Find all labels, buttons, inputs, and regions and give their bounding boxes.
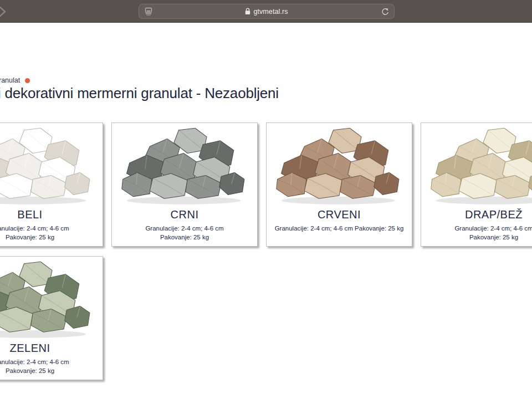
- product-spec: Granulacije: 2-4 cm; 4-6 cm Pakovanje: 2…: [267, 224, 412, 233]
- product-grid-row-1: BELI Granulacije: 2-4 cm; 4-6 cm Pakovan…: [0, 122, 532, 247]
- page-title: i dekorativni mermerni granulat - Nezaob…: [0, 85, 279, 102]
- browser-toolbar: gtvmetal.rs: [0, 0, 532, 23]
- url-text: gtvmetal.rs: [253, 8, 288, 16]
- product-card-beli[interactable]: BELI Granulacije: 2-4 cm; 4-6 cm Pakovan…: [0, 122, 103, 247]
- product-spec: Granulacije: 2-4 cm; 4-6 cm Pakovanje: 2…: [112, 224, 257, 242]
- product-card-crveni[interactable]: CRVENI Granulacije: 2-4 cm; 4-6 cm Pakov…: [266, 122, 412, 247]
- product-card-drap-bez[interactable]: DRAP/BEŽ Granulacije: 2-4 cm; 4-6 cm Pak…: [421, 122, 532, 247]
- product-name: CRVENI: [267, 208, 412, 221]
- product-image-drap-bez: [424, 125, 532, 207]
- product-name: DRAP/BEŽ: [421, 208, 532, 221]
- product-name: BELI: [0, 208, 103, 221]
- url-display: gtvmetal.rs: [245, 8, 288, 16]
- accent-dot: [25, 78, 30, 83]
- product-card-zeleni[interactable]: ZELENI Granulacije: 2-4 cm; 4-6 cm Pakov…: [0, 256, 103, 380]
- lock-icon: [245, 8, 250, 15]
- product-spec: Granulacije: 2-4 cm; 4-6 cm Pakovanje: 2…: [0, 358, 103, 375]
- product-image-crveni: [270, 125, 408, 207]
- breadcrumb-label[interactable]: ranulat: [0, 76, 20, 84]
- reader-view-icon[interactable]: [144, 7, 153, 16]
- product-card-crni[interactable]: CRNI Granulacije: 2-4 cm; 4-6 cm Pakovan…: [111, 122, 258, 247]
- breadcrumb[interactable]: ranulat: [0, 76, 30, 84]
- product-image-crni: [115, 125, 254, 207]
- reload-icon[interactable]: [381, 7, 390, 16]
- product-image-zeleni: [0, 259, 99, 341]
- forward-chevron-icon[interactable]: [0, 6, 6, 17]
- product-name: ZELENI: [0, 342, 103, 355]
- product-spec: Granulacije: 2-4 cm; 4-6 cm Pakovanje: 2…: [0, 224, 103, 242]
- product-image-beli: [0, 125, 99, 207]
- product-spec: Granulacije: 2-4 cm; 4-6 cm Pakovanje: 2…: [421, 224, 532, 242]
- address-bar[interactable]: gtvmetal.rs: [139, 4, 395, 19]
- product-grid-row-2: ZELENI Granulacije: 2-4 cm; 4-6 cm Pakov…: [0, 256, 103, 380]
- product-name: CRNI: [112, 208, 257, 221]
